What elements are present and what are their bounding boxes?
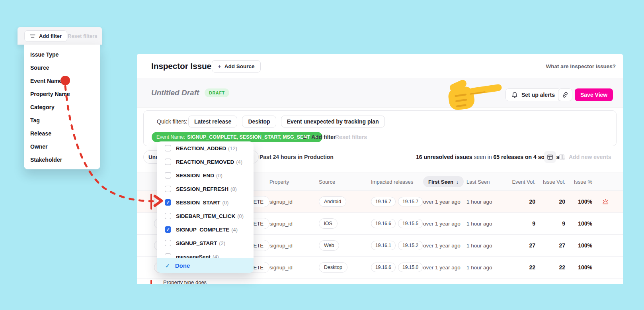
help-link[interactable]: What are Inspector issues?: [546, 54, 616, 78]
copy-link-button[interactable]: [558, 88, 572, 101]
calendar-button[interactable]: [544, 151, 556, 163]
dropdown-item-label: SESSION_END: [176, 173, 214, 179]
issues-summary: 16 unresolved issues seen in 65 releases…: [416, 150, 559, 164]
issue-pct-cell: 100%: [565, 198, 592, 205]
issue-description-partial: Property type does: [163, 279, 207, 284]
add-filter-button[interactable]: Add filter: [24, 30, 67, 42]
column-impacted-releases[interactable]: Impacted releases: [371, 179, 423, 185]
quick-filters-label: Quick filters:: [157, 116, 187, 128]
release-chip: 19.16.1: [371, 241, 396, 250]
reset-filters-main[interactable]: Reset filters: [335, 132, 367, 142]
quick-filter-latest-release[interactable]: Latest release: [188, 116, 237, 128]
column-issue-vol[interactable]: Issue Vol.: [535, 179, 565, 185]
check-icon: ✓: [165, 263, 170, 269]
menu-item-issue-type[interactable]: Issue Type: [24, 48, 100, 61]
menu-item-owner[interactable]: Owner: [24, 140, 100, 153]
dropdown-item-session-refresh[interactable]: SESSION_REFRESH (8): [157, 182, 254, 196]
filter-icon: [30, 34, 35, 38]
column-event-vol[interactable]: Event Vol.: [503, 179, 535, 185]
column-last-seen[interactable]: Last Seen: [466, 179, 503, 185]
plus-icon: +: [218, 63, 221, 70]
property-cell: signup_id: [269, 243, 319, 249]
reset-filters-disabled[interactable]: Reset filters: [68, 27, 97, 45]
page-background: Add filter Reset filters Issue Type Sour…: [0, 0, 644, 310]
event-name-dropdown: REACTION_ADDED (12) REACTION_REMOVED (4)…: [157, 141, 254, 273]
dropdown-item-session-start[interactable]: ✓ SESSION_START (0): [157, 196, 254, 209]
last-seen-cell: 1 hour ago: [466, 265, 503, 271]
release-chip: 19.15.0: [398, 263, 423, 272]
column-first-seen[interactable]: First Seen ↓: [423, 176, 466, 187]
release-chips: 19.16.1 19.15.2: [371, 241, 423, 250]
quick-filter-desktop[interactable]: Desktop: [242, 116, 276, 128]
menu-item-release[interactable]: Release: [24, 127, 100, 140]
active-filter-label: Event Name:: [156, 134, 185, 140]
dropdown-item-signup-complete[interactable]: ✓ SIGNUP_COMPLETE (4): [157, 223, 254, 236]
checkbox-checked[interactable]: ✓: [165, 226, 171, 233]
column-property[interactable]: Property: [269, 179, 319, 185]
view-title: Untitled Draft: [151, 88, 199, 97]
last-seen-cell: 1 hour ago: [466, 243, 503, 249]
add-source-button[interactable]: + Add Source: [212, 60, 261, 73]
table-row-partial[interactable]: Property type does: [137, 279, 623, 284]
checkbox[interactable]: [165, 240, 171, 246]
set-up-alerts-label: Set up alerts: [521, 92, 555, 98]
menu-item-stakeholder[interactable]: Stakeholder: [24, 153, 100, 166]
issue-vol-cell: 20: [535, 198, 565, 205]
release-chips: 19.16.6 19.15.0: [371, 263, 423, 272]
release-chips: 19.16.7 19.15.7: [371, 197, 423, 206]
set-up-alerts-button[interactable]: Set up alerts: [505, 88, 561, 101]
column-source[interactable]: Source: [319, 179, 371, 185]
release-chip: 19.15.7: [398, 197, 423, 206]
checkbox[interactable]: [165, 145, 171, 151]
sort-down-icon: ↓: [456, 179, 459, 185]
event-vol-cell: 27: [503, 242, 535, 249]
issue-indicator-bar: [150, 280, 152, 284]
release-chip: 19.16.7: [371, 197, 396, 206]
issue-vol-cell: 9: [535, 220, 565, 227]
source-chip: Desktop: [319, 262, 347, 273]
dropdown-item-signup-start[interactable]: SIGNUP_START (2): [157, 236, 254, 250]
filter-popover-toolbar: Add filter Reset filters: [18, 27, 102, 45]
dropdown-item-count: (2): [219, 240, 225, 246]
menu-item-category[interactable]: Category: [24, 100, 100, 114]
sort-pill[interactable]: First Seen ↓: [423, 176, 464, 187]
menu-item-property-name[interactable]: Property Name: [24, 87, 100, 100]
quick-filter-unexpected[interactable]: Event unexpected by tracking plan: [281, 116, 385, 128]
first-seen-cell: over 1 year ago: [423, 243, 466, 249]
done-button[interactable]: ✓ Done: [157, 258, 254, 273]
dropdown-item-session-end[interactable]: SESSION_END (0): [157, 169, 254, 182]
dropdown-item-sidebar-item-click[interactable]: SIDEBAR_ITEM_CLICK (0): [157, 209, 254, 223]
checkbox[interactable]: [165, 172, 171, 179]
add-filter-label: Add filter: [39, 33, 62, 39]
release-chip: 19.15.5: [398, 219, 423, 228]
checkbox[interactable]: [165, 159, 171, 165]
checkbox[interactable]: [165, 213, 171, 219]
menu-item-tag[interactable]: Tag: [24, 114, 100, 127]
filter-type-menu: Issue Type Source Event Name Property Na…: [24, 45, 100, 169]
add-new-events-button[interactable]: Add new events: [559, 151, 611, 163]
first-seen-cell: over 1 year ago: [423, 265, 466, 271]
column-issue-pct[interactable]: Issue %: [565, 179, 592, 185]
dropdown-item-count: (4): [236, 159, 242, 165]
period-label: Past 24 hours in Production: [260, 150, 334, 164]
dropdown-item-reaction-added[interactable]: REACTION_ADDED (12): [157, 141, 254, 155]
app-header: Inspector Issues + Add Source What are I…: [137, 54, 623, 78]
page-title: Inspector Issues: [151, 54, 216, 78]
issue-indicator-bar: [150, 194, 152, 210]
property-cell: signup_id: [269, 221, 319, 227]
save-view-button[interactable]: Save View: [575, 88, 613, 101]
active-filter-chip[interactable]: Event Name: SIGNUP_COMPLETE, SESSION_STA…: [152, 132, 322, 142]
annotation-dot: [60, 76, 70, 85]
add-filter-button-main[interactable]: Add filter: [302, 132, 336, 142]
checkbox-checked[interactable]: ✓: [165, 199, 171, 206]
issue-vol-cell: 22: [535, 264, 565, 271]
dropdown-item-reaction-removed[interactable]: REACTION_REMOVED (4): [157, 155, 254, 169]
dropdown-item-count: (4): [231, 227, 238, 233]
checkbox[interactable]: [165, 186, 171, 192]
menu-item-source[interactable]: Source: [24, 61, 100, 74]
dropdown-item-label: SIGNUP_COMPLETE: [176, 227, 229, 233]
event-vol-cell: 20: [503, 198, 535, 205]
bell-icon: [511, 92, 518, 98]
draft-title-group: Untitled Draft DRAFT: [151, 78, 229, 108]
add-events-icon: [559, 154, 565, 160]
